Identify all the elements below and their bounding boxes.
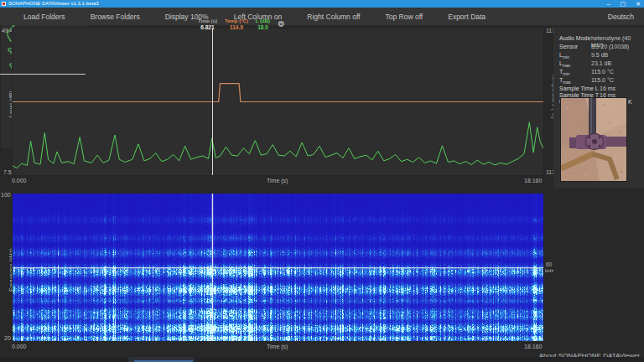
taskbar-strip xyxy=(0,357,644,362)
close-button[interactable]: ✕ xyxy=(636,0,641,8)
info-panel: Audio Mode heterodyne (40 kHz) Sensor BS… xyxy=(553,28,644,189)
window-title: SONAPHONE DATAViewer v1.3.1-beta3 xyxy=(8,0,99,8)
menu-bar: Load Folders Browse Folders Display 100%… xyxy=(0,8,644,25)
info-row-sample-time-l: Sample Time L 16 ms xyxy=(559,85,641,92)
measurement-photo[interactable] xyxy=(560,97,627,182)
freq-cursor-line-profile[interactable] xyxy=(0,74,86,75)
info-row-lmax: Lmax 23.1 dB xyxy=(559,60,641,69)
menu-browse-folders[interactable]: Browse Folders xyxy=(91,13,140,21)
freq-cursor-value: 60 xyxy=(546,261,552,267)
readout-temp: Temp (°C) 114.9 xyxy=(225,18,248,30)
freq-cursor-unit: kHz xyxy=(545,268,553,273)
photo-pipe-valve xyxy=(561,98,626,181)
time-cursor-line[interactable] xyxy=(212,28,213,175)
menu-top-row[interactable]: Top Row off xyxy=(385,13,423,21)
spectrogram-plot[interactable] xyxy=(12,193,544,342)
level-line xyxy=(13,122,543,168)
menu-right-column[interactable]: Right Column off xyxy=(307,13,360,21)
settings-gear-icon[interactable]: ⚙ xyxy=(278,18,285,30)
app-window: SONAPHONE DATAViewer v1.3.1-beta3 – ▢ ✕ … xyxy=(0,0,644,362)
title-bar[interactable]: SONAPHONE DATAViewer v1.3.1-beta3 – ▢ ✕ xyxy=(0,0,644,8)
app-icon xyxy=(2,2,6,6)
menu-load-folders[interactable]: Load Folders xyxy=(23,13,65,21)
info-row-tmax: Tmax 115.0 °C xyxy=(559,77,641,85)
spectrogram-ymin-label: 20 xyxy=(4,335,11,341)
topchart-xmin-label: 0.000 xyxy=(12,178,27,184)
minimize-button[interactable]: – xyxy=(607,0,610,8)
info-row-sensor: Sensor BS 20 (10038) xyxy=(559,44,641,50)
info-row-tmin: Tmin 115.0 °C xyxy=(559,69,641,77)
spectrogram-canvas[interactable] xyxy=(13,194,543,341)
cursor-readout: Time (s) 6.821 Temp (°C) 114.9 L (dB) 18… xyxy=(198,18,285,30)
menu-export-data[interactable]: Export Data xyxy=(448,13,486,21)
maximize-button[interactable]: ▢ xyxy=(621,0,626,8)
topchart-ymin-label: 7.5 xyxy=(3,169,12,175)
readout-level: L (dB) 18.0 xyxy=(256,18,270,30)
status-bar: About SONAPHONE DATAViewer xyxy=(0,345,644,357)
topchart-xmax-label: 18.160 xyxy=(524,178,542,184)
spectrogram-ymax-label: 100 xyxy=(1,192,11,198)
info-row-lmin: Lmin 9.5 dB xyxy=(559,52,641,60)
topchart-xaxis-title: Time (s) xyxy=(267,178,288,184)
temperature-line xyxy=(13,84,543,102)
level-temperature-chart[interactable] xyxy=(12,28,544,176)
readout-time: Time (s) 6.821 xyxy=(198,18,217,30)
language-toggle[interactable]: Deutsch xyxy=(608,13,634,21)
